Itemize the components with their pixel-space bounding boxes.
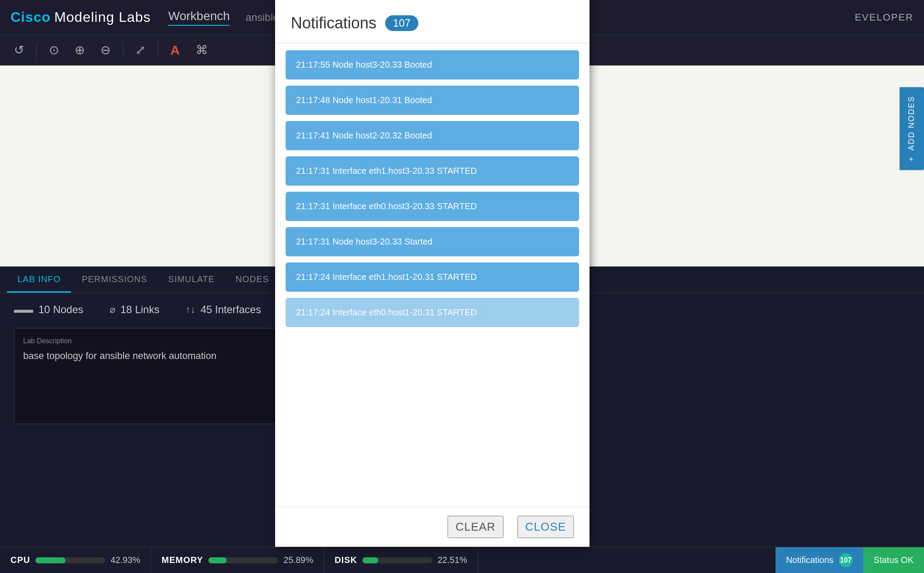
- notifications-list[interactable]: 21:17:55 Node host3-20.33 Booted 21:17:4…: [275, 43, 590, 507]
- memory-label: MEMORY: [162, 555, 203, 565]
- memory-value: 25.89%: [283, 555, 313, 565]
- stat-interfaces: ↑↓ 45 Interfaces: [186, 304, 261, 316]
- add-nodes-button[interactable]: + ADD NODES: [900, 87, 924, 170]
- cpu-progress-fill: [35, 557, 66, 563]
- notification-item[interactable]: 21:17:24 Interface eth1.host1-20.31 STAR…: [286, 262, 579, 292]
- cpu-progress-bar: [35, 557, 105, 563]
- notification-item[interactable]: 21:17:41 Node host2-20.32 Booted: [286, 121, 579, 150]
- disk-progress-bar: [362, 557, 432, 563]
- links-value: 18 Links: [121, 304, 159, 316]
- memory-progress-fill: [208, 557, 226, 563]
- cpu-label: CPU: [10, 555, 30, 565]
- status-bar: CPU 42.93% MEMORY 25.89% DISK 22.51% Not…: [0, 547, 924, 573]
- memory-progress-bar: [208, 557, 278, 563]
- divider-2: [123, 42, 123, 58]
- description-text: base topology for ansible network automa…: [23, 350, 267, 362]
- tab-nodes[interactable]: NODES: [225, 267, 279, 293]
- label-icon[interactable]: A: [167, 41, 183, 59]
- settings-icon[interactable]: ⌘: [192, 41, 211, 59]
- notification-item[interactable]: 21:17:31 Interface eth1.host3-20.33 STAR…: [286, 156, 579, 186]
- disk-progress-fill: [362, 557, 378, 563]
- center-icon[interactable]: ⊙: [45, 41, 62, 59]
- disk-value: 22.51%: [438, 555, 467, 565]
- disk-label: DISK: [334, 555, 357, 565]
- tab-lab-info[interactable]: LAB INFO: [7, 267, 71, 293]
- nodes-value: 10 Nodes: [38, 304, 83, 316]
- expand-icon[interactable]: ⤢: [132, 41, 149, 59]
- notifications-status-button[interactable]: Notifications 107: [776, 547, 863, 573]
- status-ok-badge: Status OK: [863, 547, 924, 573]
- notifications-header: Notifications 107: [275, 0, 590, 43]
- tab-simulate[interactable]: SIMULATE: [158, 267, 225, 293]
- notifications-count-badge: 107: [385, 15, 418, 31]
- notification-item[interactable]: 21:17:55 Node host3-20.33 Booted: [286, 50, 579, 79]
- notifications-footer: CLEAR CLOSE: [275, 507, 590, 547]
- close-button[interactable]: CLOSE: [517, 516, 574, 538]
- notifications-panel: Notifications 107 21:17:55 Node host3-20…: [275, 0, 590, 547]
- undo-icon[interactable]: ↺: [10, 41, 28, 59]
- interfaces-value: 45 Interfaces: [200, 304, 261, 316]
- zoom-out-icon[interactable]: ⊖: [97, 41, 114, 59]
- status-bar-right: Notifications 107 Status OK: [776, 547, 924, 573]
- app-logo: Cisco Modeling Labs: [10, 9, 151, 25]
- notifications-status-count: 107: [839, 553, 853, 567]
- cpu-status: CPU 42.93%: [0, 547, 151, 573]
- notification-item[interactable]: 21:17:31 Node host3-20.33 Started: [286, 227, 579, 256]
- notification-item[interactable]: 21:17:24 Interface eth0.host1-20.31 STAR…: [286, 298, 579, 327]
- zoom-in-icon[interactable]: ⊕: [71, 41, 88, 59]
- cpu-value: 42.93%: [110, 555, 140, 565]
- developer-label: EVELOPER: [855, 12, 914, 23]
- description-label: Lab Description: [23, 337, 267, 345]
- disk-status: DISK 22.51%: [324, 547, 478, 573]
- notifications-title: Notifications: [291, 14, 376, 32]
- nodes-icon: ▬▬: [14, 304, 33, 315]
- notifications-status-label: Notifications: [786, 555, 834, 565]
- stat-nodes: ▬▬ 10 Nodes: [14, 304, 83, 316]
- logo-cisco: Cisco: [10, 9, 51, 25]
- notification-item[interactable]: 21:17:31 Interface eth0.host3-20.33 STAR…: [286, 192, 579, 221]
- memory-status: MEMORY 25.89%: [151, 547, 324, 573]
- links-icon: ⌀: [110, 304, 115, 315]
- tab-permissions[interactable]: PERMISSIONS: [71, 267, 158, 293]
- logo-rest: Modeling Labs: [54, 9, 151, 25]
- workbench-tab[interactable]: Workbench: [168, 9, 230, 26]
- lab-description-box[interactable]: Lab Description base topology for ansibl…: [14, 328, 276, 424]
- divider-3: [158, 42, 158, 58]
- clear-button[interactable]: CLEAR: [448, 516, 503, 538]
- interfaces-icon: ↑↓: [186, 304, 195, 315]
- divider-1: [36, 42, 37, 58]
- notification-item[interactable]: 21:17:48 Node host1-20.31 Booted: [286, 86, 579, 115]
- plus-icon: +: [907, 156, 917, 162]
- stat-links: ⌀ 18 Links: [110, 304, 159, 316]
